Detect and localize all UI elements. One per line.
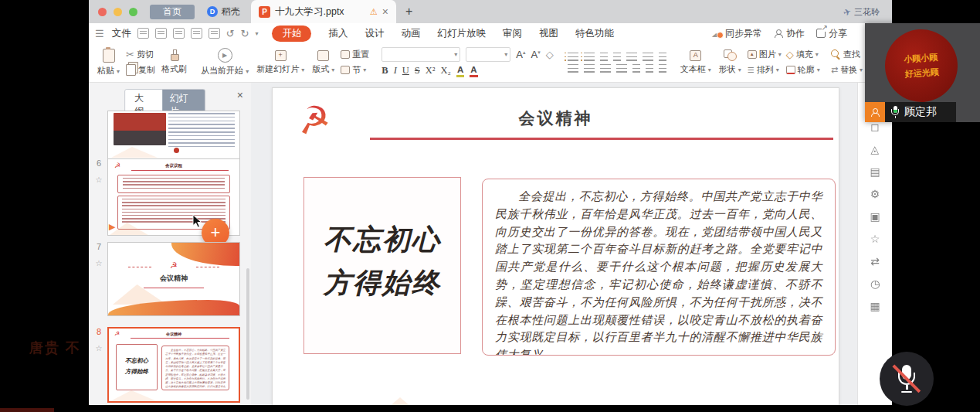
picture-button[interactable]: ▲图片 ▾ <box>748 49 782 60</box>
collaborate-button[interactable]: 协作 <box>774 27 805 40</box>
hamburger-icon[interactable]: ☰ <box>95 28 104 39</box>
calligraphy-textbox[interactable]: 不忘初心 方得始终 <box>303 177 461 354</box>
format-painter-button[interactable]: 格式刷 <box>158 45 191 80</box>
mountain-watermark <box>319 397 551 405</box>
shapes-button[interactable]: 形状 ▾ <box>715 45 745 80</box>
video-call-tile[interactable]: 小顾小顾 好运光顾 顾定邦 <box>865 23 980 122</box>
tab-review[interactable]: 审阅 <box>503 27 522 40</box>
tab-start[interactable]: 开始 <box>272 26 311 42</box>
settings-icon[interactable]: ⚙ <box>870 189 880 199</box>
open-icon[interactable] <box>137 28 149 39</box>
justify-icon[interactable] <box>616 64 627 73</box>
menu-file[interactable]: 文件 <box>112 27 131 40</box>
textbox-button[interactable]: A 文本框 ▾ <box>677 45 715 80</box>
mouse-cursor <box>192 214 202 232</box>
tab-home[interactable]: 首页 <box>150 5 195 19</box>
body-textbox[interactable]: 全会提出，不忘初心，方得始终。中国共产党立志于中华民族千秋伟业，百年恰是风华正茂… <box>482 179 836 356</box>
resource-icon[interactable]: ▤ <box>870 166 880 177</box>
minimize-window-button[interactable] <box>114 8 122 16</box>
share-button[interactable]: ↗ 分享 <box>816 27 847 40</box>
panel-close-button[interactable]: × <box>237 89 243 101</box>
slide-thumbnail-8-selected[interactable]: ☭ 会议精神 不忘初心 方得始终 全会提出，不忘初心，方得始终。中国共产党立志于… <box>107 327 240 403</box>
font-family-select[interactable]: ▾ <box>381 47 460 62</box>
sticker-icon[interactable]: ▣ <box>870 211 880 222</box>
columns-icon[interactable] <box>646 64 653 73</box>
slide-number: 8 <box>93 327 104 336</box>
tab-design[interactable]: 设计 <box>365 27 384 40</box>
tab-docer[interactable]: D 稻壳 <box>207 5 240 19</box>
text-direction-icon[interactable] <box>659 53 666 61</box>
tab-special-features[interactable]: 特色功能 <box>575 27 614 40</box>
decrease-indent-icon[interactable] <box>600 53 608 61</box>
decrease-font-icon[interactable]: A▾ <box>531 49 541 60</box>
paste-button[interactable]: 粘贴 ▾ <box>93 45 124 80</box>
copy-icon <box>126 64 136 76</box>
numbered-list-icon[interactable] <box>584 53 595 61</box>
increase-font-icon[interactable]: A▴ <box>516 49 525 60</box>
align-center-icon[interactable] <box>584 64 595 73</box>
undo-icon[interactable]: ↺ <box>226 28 235 39</box>
current-slide[interactable]: ☭ 会议精神 不忘初心 方得始终 全会提出，不忘初心，方得始终。中国共产党立志于… <box>272 87 839 405</box>
panel-scrollbar[interactable] <box>246 268 249 400</box>
reset-button[interactable]: 重置 <box>341 49 369 60</box>
replace-button[interactable]: ⇄替换 ▾ <box>831 64 863 76</box>
close-tab-button[interactable]: × <box>382 6 388 17</box>
print-icon[interactable] <box>191 28 202 39</box>
arrange-button[interactable]: ☰排列 ▾ <box>748 64 782 76</box>
fill-button[interactable]: ◇填充 ▾ <box>786 49 820 60</box>
zoom-window-button[interactable] <box>129 8 137 16</box>
export-icon[interactable] <box>173 28 185 39</box>
close-window-button[interactable] <box>98 8 107 16</box>
redo-icon[interactable]: ↻ <box>241 28 249 39</box>
microphone-mute-button[interactable] <box>880 352 934 406</box>
highlight-color-button[interactable]: A <box>456 65 464 77</box>
play-from-current-button[interactable]: ▶ 从当前开始 ▾ <box>197 45 253 80</box>
increase-indent-icon[interactable] <box>613 53 621 61</box>
find-button[interactable]: 查找 <box>831 49 863 60</box>
play-animation-icon[interactable]: ▶ <box>109 222 115 232</box>
tab-view[interactable]: 视图 <box>539 27 558 40</box>
design-icon[interactable]: ◬ <box>871 144 880 155</box>
new-tab-button[interactable]: + <box>405 5 412 19</box>
cut-button[interactable]: ✂剪切 <box>126 49 155 60</box>
section-button[interactable]: 节 ▾ <box>341 64 369 76</box>
slide-thumbnail-5[interactable] <box>107 111 240 160</box>
save-icon[interactable] <box>155 28 167 39</box>
object-properties-icon[interactable]: ◻ <box>870 121 880 132</box>
bullet-list-icon[interactable] <box>568 53 578 61</box>
strikethrough-button[interactable]: S <box>415 65 420 77</box>
italic-button[interactable]: I <box>394 65 397 77</box>
distribute-icon[interactable] <box>632 64 640 73</box>
subscript-button[interactable]: X₂ <box>441 65 451 77</box>
cloud-sync-icon: ☁ <box>711 27 722 39</box>
user-badge[interactable]: ✈ 三花聆 <box>843 6 880 18</box>
new-slide-button[interactable]: + 新建幻灯片 ▾ <box>253 45 308 80</box>
tab-document[interactable]: P 十九大学习.pptx ⚠ × <box>251 0 396 23</box>
quickbar-more-icon[interactable]: ▾ <box>255 30 258 37</box>
align-right-icon[interactable] <box>600 64 611 73</box>
align-left-icon[interactable] <box>568 64 578 73</box>
copy-button[interactable]: 复制 <box>126 64 155 76</box>
outline-button[interactable]: 轮廓 ▾ <box>786 64 820 76</box>
font-color-button[interactable]: A <box>470 65 477 77</box>
history-icon[interactable]: ◷ <box>870 278 880 289</box>
font-size-select[interactable]: ▾ <box>466 47 510 62</box>
paragraph-settings-icon[interactable] <box>643 53 653 61</box>
line-spacing-icon[interactable] <box>626 53 637 61</box>
clear-format-icon[interactable]: ◇ <box>546 49 554 60</box>
bold-button[interactable]: B <box>381 65 388 77</box>
slide-title[interactable]: 会议精神 <box>273 107 839 129</box>
adjust-icon[interactable]: ⇄ <box>870 256 880 267</box>
underline-button[interactable]: U <box>402 65 409 77</box>
sync-status[interactable]: ☁ 同步异常 <box>711 27 762 40</box>
tab-animation[interactable]: 动画 <box>401 27 420 40</box>
effects-icon[interactable]: ☆ <box>870 233 880 244</box>
layout-button[interactable]: 版式 ▾ <box>308 45 338 80</box>
list-level-icon[interactable] <box>659 64 666 73</box>
tab-slideshow[interactable]: 幻灯片放映 <box>437 27 486 40</box>
image-panel-icon[interactable]: ▦ <box>870 301 880 312</box>
superscript-button[interactable]: X² <box>426 65 436 77</box>
print-preview-icon[interactable] <box>209 28 220 39</box>
slide-thumbnail-7[interactable]: ☭ 会议精神 <box>107 242 240 316</box>
tab-insert[interactable]: 插入 <box>328 27 348 40</box>
